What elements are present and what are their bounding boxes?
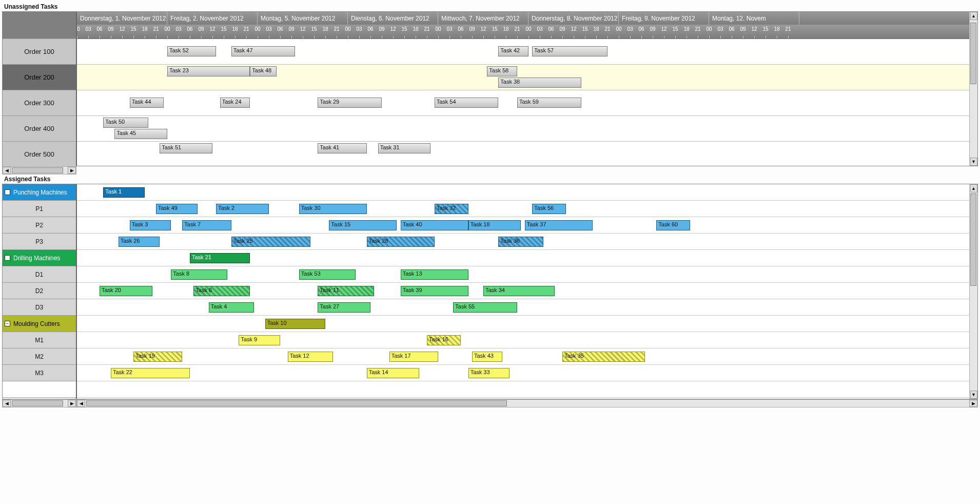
task-bar[interactable]: Task 48 — [250, 66, 276, 76]
task-bar[interactable]: Task 10 — [265, 319, 325, 329]
task-bar[interactable]: Task 29 — [318, 98, 382, 108]
machine-row-label[interactable]: M1 — [3, 332, 76, 348]
machine-row-label[interactable]: M3 — [3, 365, 76, 381]
gantt-row[interactable]: Task 23Task 48Task 58Task 38 — [77, 65, 969, 90]
order-row-label[interactable]: Order 300 — [3, 90, 76, 116]
task-bar[interactable]: Task 51 — [160, 143, 212, 153]
task-bar[interactable]: Task 60 — [656, 220, 690, 230]
scroll-right-button[interactable]: ▶ — [68, 167, 76, 174]
task-bar[interactable]: Task 11 — [318, 286, 374, 296]
task-bar[interactable]: Task 47 — [231, 46, 296, 56]
gantt-group-row[interactable]: Task 1 — [77, 184, 969, 201]
task-bar[interactable]: Task 15 — [329, 220, 397, 230]
task-bar[interactable]: Task 43 — [472, 352, 502, 362]
task-bar[interactable]: Task 39 — [401, 286, 468, 296]
task-bar[interactable]: Task 34 — [483, 286, 555, 296]
task-bar[interactable]: Task 36 — [498, 237, 543, 247]
task-bar[interactable]: Task 44 — [130, 98, 164, 108]
scroll-left-button[interactable]: ◀ — [3, 400, 11, 407]
scroll-right-button[interactable]: ▶ — [969, 400, 977, 407]
task-bar[interactable]: Task 13 — [401, 269, 468, 280]
machine-row-label[interactable]: M2 — [3, 348, 76, 365]
scroll-right-button[interactable]: ▶ — [68, 400, 76, 407]
machine-row-label[interactable]: P1 — [3, 201, 76, 217]
machine-group-header[interactable]: −Drilling Machines — [3, 250, 76, 266]
task-bar[interactable]: Task 42 — [498, 46, 528, 56]
unassigned-chart-area[interactable]: Donnerstag, 1. November 2012Freitag, 2. … — [77, 12, 969, 166]
scroll-down-button[interactable]: ▼ — [970, 391, 977, 399]
assigned-chart-area[interactable]: Task 1Task 49Task 2Task 30Task 32Task 56… — [77, 184, 969, 399]
task-bar[interactable]: Task 19 — [133, 352, 182, 362]
gantt-row[interactable]: Task 19Task 12Task 17Task 43Task 35 — [77, 348, 969, 365]
gantt-row[interactable]: Task 22Task 14Task 33 — [77, 365, 969, 381]
task-bar[interactable]: Task 57 — [532, 46, 607, 56]
gantt-row[interactable]: Task 20Task 6Task 11Task 39Task 34 — [77, 283, 969, 299]
machine-group-header[interactable]: −Punching Machines — [3, 184, 76, 201]
gantt-row[interactable]: Task 8Task 53Task 13 — [77, 266, 969, 283]
collapse-toggle-icon[interactable]: − — [5, 321, 10, 326]
gantt-group-row[interactable]: Task 10 — [77, 316, 969, 332]
task-bar[interactable]: Task 53 — [299, 269, 356, 280]
machine-row-label[interactable]: D1 — [3, 266, 76, 283]
task-bar[interactable]: Task 40 — [401, 220, 468, 230]
task-bar[interactable]: Task 35 — [562, 352, 645, 362]
gantt-row[interactable]: Task 52Task 47Task 42Task 57 — [77, 39, 969, 65]
gantt-row[interactable]: Task 49Task 2Task 30Task 32Task 56 — [77, 201, 969, 217]
task-bar[interactable]: Task 6 — [193, 286, 250, 296]
order-row-label[interactable]: Order 500 — [3, 142, 76, 167]
task-bar[interactable]: Task 52 — [167, 46, 216, 56]
machine-row-label[interactable]: D2 — [3, 283, 76, 299]
scroll-left-button[interactable]: ◀ — [77, 400, 85, 407]
task-bar[interactable]: Task 27 — [318, 302, 370, 313]
task-bar[interactable]: Task 49 — [156, 204, 198, 214]
task-bar[interactable]: Task 17 — [389, 352, 438, 362]
scroll-down-button[interactable]: ▼ — [970, 158, 977, 166]
scroll-left-button[interactable]: ◀ — [3, 167, 11, 174]
task-bar[interactable]: Task 50 — [103, 118, 148, 128]
task-bar[interactable]: Task 14 — [367, 368, 420, 378]
task-bar[interactable]: Task 56 — [532, 204, 566, 214]
scroll-up-button[interactable]: ▲ — [970, 184, 977, 192]
task-bar[interactable]: Task 59 — [517, 98, 581, 108]
gantt-row[interactable]: Task 44Task 24Task 29Task 54Task 59 — [77, 90, 969, 116]
task-bar[interactable]: Task 1 — [103, 187, 145, 198]
collapse-toggle-icon[interactable]: − — [5, 255, 10, 261]
task-bar[interactable]: Task 22 — [111, 368, 190, 378]
task-bar[interactable]: Task 54 — [435, 98, 499, 108]
unassigned-vertical-scrollbar[interactable]: ▲ ▼ — [969, 12, 977, 166]
task-bar[interactable]: Task 38 — [498, 77, 581, 88]
task-bar[interactable]: Task 16 — [427, 335, 461, 345]
task-bar[interactable]: Task 32 — [435, 204, 468, 214]
task-bar[interactable]: Task 7 — [182, 220, 231, 230]
order-row-label[interactable]: Order 100 — [3, 39, 76, 65]
task-bar[interactable]: Task 2 — [216, 204, 269, 214]
gantt-row[interactable]: Task 3Task 7Task 15Task 40Task 18Task 37… — [77, 217, 969, 234]
task-bar[interactable]: Task 41 — [318, 143, 366, 153]
scroll-up-button[interactable]: ▲ — [970, 12, 977, 20]
task-bar[interactable]: Task 58 — [487, 66, 517, 76]
task-bar[interactable]: Task 31 — [378, 143, 431, 153]
task-bar[interactable]: Task 26 — [119, 237, 160, 247]
collapse-toggle-icon[interactable]: − — [5, 189, 10, 195]
task-bar[interactable]: Task 9 — [239, 335, 280, 345]
task-bar[interactable]: Task 12 — [288, 352, 333, 362]
task-bar[interactable]: Task 24 — [220, 98, 250, 108]
task-bar[interactable]: Task 30 — [299, 204, 367, 214]
task-bar[interactable]: Task 8 — [171, 269, 227, 280]
task-bar[interactable]: Task 21 — [190, 253, 250, 263]
task-bar[interactable]: Task 4 — [209, 302, 254, 313]
assigned-label-hscroll[interactable]: ◀ ▶ — [2, 399, 76, 408]
task-bar[interactable]: Task 33 — [468, 368, 510, 378]
task-bar[interactable]: Task 28 — [367, 237, 435, 247]
machine-row-label[interactable]: P3 — [3, 234, 76, 250]
task-bar[interactable]: Task 55 — [453, 302, 517, 313]
gantt-row[interactable]: Task 9Task 16 — [77, 332, 969, 348]
machine-row-label[interactable]: D3 — [3, 299, 76, 316]
gantt-group-row[interactable]: Task 21 — [77, 250, 969, 266]
task-bar[interactable]: Task 18 — [468, 220, 521, 230]
task-bar[interactable]: Task 20 — [100, 286, 152, 296]
gantt-row[interactable]: Task 50Task 45 — [77, 116, 969, 142]
assigned-vertical-scrollbar[interactable]: ▲ ▼ — [969, 184, 977, 399]
assigned-chart-hscroll[interactable]: ◀ ▶ — [76, 399, 978, 408]
task-bar[interactable]: Task 45 — [114, 129, 167, 139]
